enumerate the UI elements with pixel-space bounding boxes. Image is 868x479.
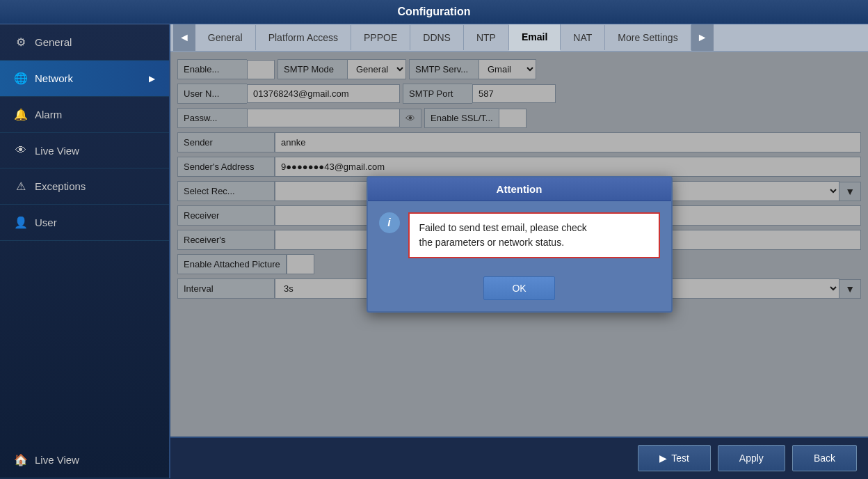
window-title: Configuration [398, 6, 471, 17]
tab-prev-button[interactable]: ◄ [173, 24, 195, 51]
dialog-ok-button[interactable]: OK [483, 276, 554, 300]
tab-more-settings[interactable]: More Settings [605, 25, 691, 50]
attention-dialog: Attention i Failed to send test email, p… [367, 176, 673, 313]
content-area: ◄ General Platform Access PPPOE DDNS NTP… [170, 24, 868, 478]
tab-platform-access[interactable]: Platform Access [256, 25, 351, 50]
form-area: Enable... ☑ SMTP Mode General Custom SMT… [170, 52, 868, 437]
sidebar-label-general: General [35, 36, 72, 48]
sidebar-label-network: Network [35, 72, 73, 84]
tab-general[interactable]: General [195, 25, 256, 50]
main-layout: ⚙ General 🌐 Network ▶ 🔔 Alarm 👁 Live Vie… [0, 24, 868, 478]
sidebar-label-alarm: Alarm [35, 109, 62, 120]
sidebar-item-liveview[interactable]: 👁 Live View [0, 133, 169, 168]
chevron-right-icon: ▶ [149, 74, 155, 84]
sidebar-item-user[interactable]: 👤 User [0, 205, 169, 241]
warning-icon: ⚠ [14, 180, 28, 193]
tab-pppoe[interactable]: PPPOE [351, 25, 410, 50]
attention-dialog-overlay: Attention i Failed to send test email, p… [170, 52, 868, 437]
sidebar-label-liveview-bottom: Live View [35, 454, 79, 466]
apply-button[interactable]: Apply [718, 445, 785, 471]
eye-icon: 👁 [14, 144, 28, 157]
user-icon: 👤 [14, 216, 28, 229]
back-button[interactable]: Back [792, 445, 857, 471]
title-bar: Configuration [0, 0, 868, 24]
sidebar-item-alarm[interactable]: 🔔 Alarm [0, 97, 169, 133]
tab-ntp[interactable]: NTP [464, 25, 509, 50]
dialog-title: Attention [368, 178, 671, 201]
test-button-label: Test [671, 453, 689, 464]
tab-next-button[interactable]: ► [691, 24, 714, 51]
dialog-body: i Failed to send test email, please chec… [368, 201, 671, 269]
tab-bar: ◄ General Platform Access PPPOE DDNS NTP… [170, 24, 868, 52]
network-icon: 🌐 [14, 72, 28, 85]
tab-ddns[interactable]: DDNS [410, 25, 464, 50]
sidebar-label-user: User [35, 217, 57, 228]
dialog-footer: OK [368, 269, 671, 311]
sidebar-item-network[interactable]: 🌐 Network ▶ [0, 61, 169, 97]
dialog-message: Failed to send test email, please check … [408, 212, 660, 258]
tab-email[interactable]: Email [509, 24, 561, 51]
info-icon: i [379, 212, 400, 233]
sidebar-label-liveview: Live View [35, 145, 79, 157]
cursor-icon: ▶ [659, 453, 667, 464]
tab-nat[interactable]: NAT [561, 25, 605, 50]
sidebar-item-general[interactable]: ⚙ General [0, 24, 169, 61]
dialog-message-line2: the parameters or network status. [419, 237, 565, 248]
sidebar-bottom: 🏠 Live View [0, 442, 169, 478]
test-button[interactable]: ▶ Test [638, 445, 711, 471]
sidebar-item-exceptions[interactable]: ⚠ Exceptions [0, 168, 169, 205]
alarm-icon: 🔔 [14, 108, 28, 121]
sidebar-label-exceptions: Exceptions [35, 180, 86, 192]
sidebar-item-liveview-bottom[interactable]: 🏠 Live View [0, 442, 169, 478]
sidebar: ⚙ General 🌐 Network ▶ 🔔 Alarm 👁 Live Vie… [0, 24, 170, 478]
home-icon: 🏠 [14, 453, 28, 466]
dialog-message-line1: Failed to send test email, please check [419, 222, 587, 233]
gear-icon: ⚙ [14, 36, 28, 49]
bottom-bar: ▶ Test Apply Back [170, 437, 868, 478]
